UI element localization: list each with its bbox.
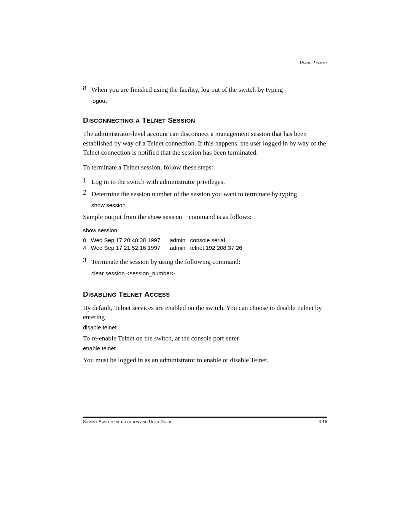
step-text: Terminate the session by using the follo… (91, 257, 241, 267)
footer-left: SUMMIT SWITCH INSTALLATION AND USER GUID… (83, 419, 172, 424)
command-enable-telnet: enable telnet (83, 345, 327, 351)
command-logout: logout (91, 97, 327, 104)
command-disable-telnet: disable telnet (83, 324, 327, 331)
para-disable-intro: By default, Telnet services are enabled … (83, 303, 327, 322)
step-text: Determine the session number of the sess… (91, 189, 297, 199)
step-3: 3 Terminate the session by using the fol… (83, 257, 327, 267)
step-number: 1 (83, 177, 91, 187)
footer-page-number: 3-15 (319, 419, 327, 424)
running-header: USING TELNET (300, 60, 327, 65)
para-admin-note: You must be logged in as an administrato… (83, 355, 327, 365)
para-terminate-intro: To terminate a Telnet session, follow th… (83, 163, 327, 172)
para-sample-output: Sample output from the show session comm… (83, 212, 327, 222)
step-number: 8 (83, 85, 91, 94)
step-text: When you are finished using the facility… (91, 85, 283, 94)
show-session-output: 0 Wed Sep 17 20:48:38 1997 admin console… (83, 236, 327, 252)
page-content: 8 When you are finished using the facili… (0, 0, 411, 365)
sample-post: command is as follows: (187, 213, 252, 220)
step-number: 3 (83, 257, 91, 267)
command-clear-session: clear session <session_number> (91, 270, 327, 276)
sample-pre: Sample output from the (83, 213, 148, 220)
step-1: 1 Log in to the switch with administrato… (83, 177, 327, 187)
heading-disconnecting: DISCONNECTING A TELNET SESSION (83, 116, 327, 125)
step-number: 2 (83, 189, 91, 199)
step-2: 2 Determine the session number of the se… (83, 189, 327, 199)
step-text: Log in to the switch with administrator … (91, 177, 225, 187)
show-session-header: show session: (83, 227, 327, 233)
step-8: 8 When you are finished using the facili… (83, 85, 327, 94)
inline-command: show session (148, 214, 182, 220)
heading-disabling: DISABLING TELNET ACCESS (83, 290, 327, 299)
command-show-session: show session (91, 202, 327, 208)
footer: SUMMIT SWITCH INSTALLATION AND USER GUID… (83, 419, 327, 424)
para-reenable: To re-enable Telnet on the switch, at th… (83, 334, 327, 343)
header-text: USING TELNET (300, 60, 327, 65)
para-admin-disconnect: The administrator-level account can disc… (83, 129, 327, 157)
footer-rule (83, 417, 327, 418)
